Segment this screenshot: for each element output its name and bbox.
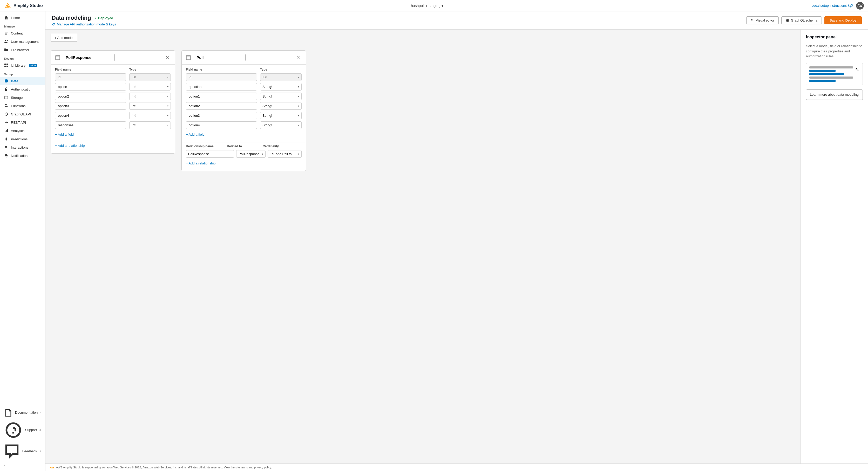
table-row: String! ▾ [186,112,302,119]
chevron-icon: ▾ [298,124,299,127]
model-name-input-pollresponse[interactable] [63,54,115,61]
table-row: Int! ▾ [55,102,171,110]
sidebar-item-home[interactable]: Home [0,13,45,22]
model-name-input-poll[interactable] [194,54,246,61]
storage-icon [4,95,8,100]
rel-related-select-poll[interactable]: PollResponse ▾ [236,150,266,158]
sidebar-item-interactions[interactable]: Interactions [0,143,45,152]
breadcrumb-separator: › [426,4,427,8]
sidebar-section-design: Design [0,54,45,61]
table-row: Int! ▾ [55,122,171,129]
manage-api-text: Manage API authorization mode & keys [57,22,116,26]
sidebar-label-home: Home [11,16,20,20]
rel-name-input-poll[interactable] [186,150,234,158]
field-name-option2-pollresponse[interactable] [55,93,126,100]
field-header-type-poll: Type [260,68,302,71]
sidebar-collapse-button[interactable]: ‹ [0,461,45,469]
local-setup-link[interactable]: Local setup instructions [811,3,853,8]
add-model-button[interactable]: + Add model [51,34,78,42]
close-button-poll[interactable]: ✕ [294,54,302,61]
ext-link-icon-feedback [40,449,41,452]
graphql-schema-label: GraphQL schema [791,19,817,22]
top-nav-breadcrumb: hashpoll › staging ▾ [411,4,443,8]
field-name-option1-poll[interactable] [186,93,257,100]
deployed-badge: ✓ Deployed [94,16,114,20]
sidebar-item-data[interactable]: Data [0,77,45,85]
svg-rect-12 [5,89,7,91]
sidebar-label-rest: REST API [11,121,26,125]
sidebar-item-predictions[interactable]: Predictions [0,135,45,143]
close-button-pollresponse[interactable]: ✕ [164,54,171,61]
field-name-question-poll[interactable] [186,83,257,91]
sidebar-label-file-browser: File browser [11,48,29,52]
field-type-option4-poll[interactable]: String! ▾ [260,122,302,129]
field-type-option2-poll[interactable]: String! ▾ [260,102,302,110]
rel-cardinality-select-poll[interactable]: 1:1 one Poll to... ▾ [268,150,302,158]
svg-rect-8 [6,64,8,65]
graphql-icon [4,112,8,116]
field-name-option3-pollresponse[interactable] [55,102,126,110]
sidebar-bottom: Documentation Support Feedback ‹ [0,404,45,471]
inspector-preview[interactable]: ↖ [806,63,863,85]
field-type-option1-poll[interactable]: String! ▾ [260,93,302,100]
save-deploy-button[interactable]: Save and Deploy [825,16,862,24]
add-field-button-poll[interactable]: + Add a field [186,131,205,138]
chevron-icon: ▾ [167,114,168,117]
main-content: Data modeling ✓ Deployed Manage API auth… [45,11,868,471]
top-nav: Amplify Studio hashpoll › staging ▾ Loca… [0,0,868,11]
user-avatar[interactable]: AW [856,2,864,10]
sidebar-item-analytics[interactable]: Analytics [0,127,45,135]
field-type-option3-pollresponse[interactable]: Int! ▾ [129,102,171,110]
sidebar-item-ui-library[interactable]: UI Library NEW [0,61,45,69]
sidebar-item-content[interactable]: Content [0,29,45,37]
breadcrumb-project[interactable]: hashpoll [411,4,424,8]
sidebar-item-documentation[interactable]: Documentation [0,406,45,419]
field-type-question-poll[interactable]: String! ▾ [260,83,302,91]
sidebar-item-functions[interactable]: Functions [0,102,45,110]
rel-header-related: Related to [227,144,260,148]
sidebar-item-storage[interactable]: Storage [0,93,45,102]
graphql-schema-button[interactable]: GraphQL schema [781,16,822,24]
breadcrumb-environment-dropdown[interactable]: staging ▾ [429,4,443,8]
field-type-responses-pollresponse[interactable]: Int! ▾ [129,122,171,129]
field-type-option4-pollresponse[interactable]: Int! ▾ [129,112,171,119]
sidebar-item-authentication[interactable]: Authentication [0,85,45,93]
page-header: Data modeling ✓ Deployed Manage API auth… [45,11,868,30]
sidebar-item-rest[interactable]: REST API [0,118,45,127]
model-card-pollresponse: ✕ Field name Type ID! [51,50,175,154]
functions-icon [4,104,8,108]
field-type-option1-pollresponse[interactable]: Int! ▾ [129,83,171,91]
ext-link-icon-support [39,429,41,432]
field-name-option4-pollresponse[interactable] [55,112,126,119]
add-relationship-button-poll[interactable]: + Add a relationship [186,160,216,167]
preview-line-3 [809,73,844,75]
svg-rect-10 [6,66,8,67]
sidebar-item-file-browser[interactable]: File browser [0,46,45,54]
sidebar-item-user-management[interactable]: User management [0,37,45,46]
field-name-responses-pollresponse[interactable] [55,122,126,129]
add-relationship-button-pollresponse[interactable]: + Add a relationship [55,142,85,149]
chevron-icon: ▾ [167,124,168,127]
field-name-option4-poll[interactable] [186,122,257,129]
svg-point-5 [5,40,6,41]
chevron-icon: ▾ [167,76,168,78]
field-name-option3-poll[interactable] [186,112,257,119]
deployed-label: Deployed [98,16,114,20]
field-name-id-poll[interactable] [186,73,257,81]
learn-more-button[interactable]: Learn more about data modeling [806,90,863,100]
field-name-option1-pollresponse[interactable] [55,83,126,91]
table-row: Int! ▾ [55,83,171,91]
field-type-option2-pollresponse[interactable]: Int! ▾ [129,93,171,100]
manage-api-link[interactable]: Manage API authorization mode & keys [52,22,116,26]
sidebar-item-graphql[interactable]: GraphQL API [0,110,45,118]
sidebar-item-support[interactable]: Support [0,419,45,441]
field-name-id-pollresponse[interactable] [55,73,126,81]
sidebar-item-notifications[interactable]: Notifications [0,152,45,160]
sidebar-item-feedback[interactable]: Feedback [0,441,45,461]
field-type-option3-poll[interactable]: String! ▾ [260,112,302,119]
add-field-button-pollresponse[interactable]: + Add a field [55,131,74,138]
visual-editor-button[interactable]: Visual editor [746,16,779,24]
app-body: Home Manage Content User management File… [0,11,868,471]
field-name-option2-poll[interactable] [186,102,257,110]
svg-rect-26 [56,56,60,60]
